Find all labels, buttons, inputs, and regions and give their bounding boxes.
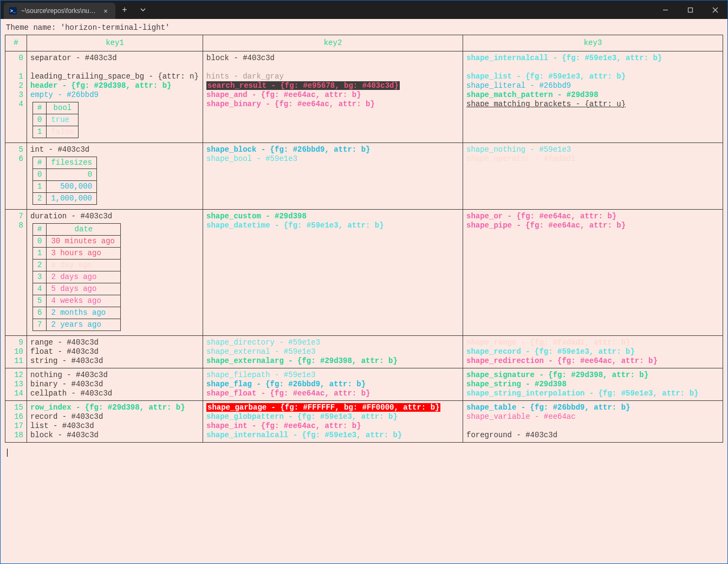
minimize-button[interactable] [653, 1, 678, 19]
tab-active[interactable]: >_ ~\source\repos\forks\nu_scrip × [4, 3, 115, 19]
table-row: 15 16 17 18 row_index - {fg: #29d398, at… [5, 401, 723, 443]
prompt-line[interactable] [7, 448, 723, 457]
table-row: 5 6 int - #403c3d #filesizes 00 1500,0 [5, 143, 723, 210]
theme-name-line: Theme name: 'horizon-terminal-light' [6, 23, 723, 33]
maximize-button[interactable] [678, 1, 703, 19]
terminal-window: >_ ~\source\repos\forks\nu_scrip × + The… [0, 0, 728, 564]
terminal-content[interactable]: Theme name: 'horizon-terminal-light' # k… [1, 19, 727, 563]
table-row: 12 13 14 nothing - #403c3d binary - #403… [5, 368, 723, 401]
header-key3: key3 [463, 35, 723, 51]
table-row: 9 10 11 range - #403c3d float - #403c3d … [5, 336, 723, 368]
titlebar-drag-region[interactable] [152, 1, 653, 19]
titlebar[interactable]: >_ ~\source\repos\forks\nu_scrip × + [1, 1, 727, 19]
close-icon [712, 7, 718, 13]
minimize-icon [662, 7, 668, 13]
header-key1: key1 [27, 35, 203, 51]
filesize-table: #filesizes 00 1500,000 21,000,000 [32, 157, 97, 205]
header-num: # [5, 35, 27, 51]
header-key2: key2 [203, 35, 463, 51]
maximize-icon [687, 7, 693, 13]
date-table: #date 030 minutes ago 13 hours ago 2a da… [32, 223, 121, 331]
tab-title: ~\source\repos\forks\nu_scrip [21, 7, 97, 15]
theme-table: # key1 key2 key3 0 1 2 3 [5, 35, 723, 443]
cursor-icon [7, 449, 8, 457]
bool-table: #bool 0true 1false [32, 102, 79, 138]
table-row: 0 1 2 3 4 separator - #403c3d leadin [5, 51, 723, 143]
table-row: 7 8 duration - #403c3d #date 030 minutes… [5, 210, 723, 336]
svg-rect-1 [688, 8, 692, 12]
chevron-down-icon [140, 7, 146, 12]
powershell-icon: >_ [9, 7, 17, 15]
close-button[interactable] [703, 1, 727, 19]
new-tab-button[interactable]: + [115, 1, 134, 19]
tab-dropdown-button[interactable] [134, 1, 152, 19]
tab-close-button[interactable]: × [101, 7, 110, 15]
